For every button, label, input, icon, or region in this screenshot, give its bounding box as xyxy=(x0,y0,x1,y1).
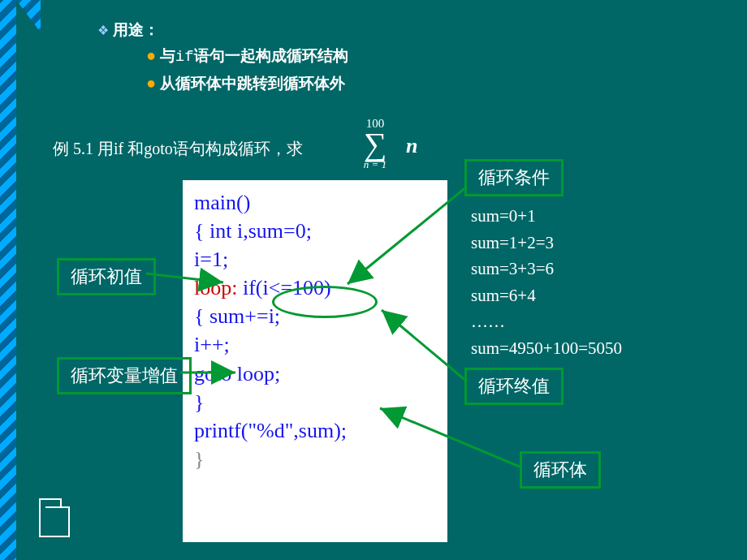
code-line: i=1; xyxy=(194,245,436,274)
label-loop-increment: 循环变量增值 xyxy=(57,357,192,394)
execution-trace: sum=0+1 sum=1+2=3 sum=3+3=6 sum=6+4 …… s… xyxy=(471,203,622,361)
sigma-notation: 100 ∑ n = 1 xyxy=(343,117,408,171)
decorative-stripe-cut xyxy=(16,0,41,560)
point1-prefix: 与 xyxy=(160,47,175,64)
code-line: i++; xyxy=(194,330,436,359)
trace-line: sum=3+3=6 xyxy=(471,256,622,282)
code-line: } xyxy=(194,445,436,473)
sigma-variable: n xyxy=(406,134,417,158)
header-block: ❖ 用途： ● 与if语句一起构成循环结构 ● 从循环体中跳转到循环体外 xyxy=(97,18,348,96)
point1-mono: if xyxy=(175,48,194,66)
label-loop-body: 循环体 xyxy=(520,451,601,489)
label-loop-condition: 循环条件 xyxy=(464,159,563,196)
page-fold-icon xyxy=(60,498,70,508)
example-text: 例 5.1 用if 和goto语句构成循环，求 xyxy=(53,138,303,160)
code-block: main() { int i,sum=0; i=1; loop: if(i<=1… xyxy=(181,179,449,544)
circle-bullet-icon: ● xyxy=(146,74,156,92)
label-loop-init: 循环初值 xyxy=(57,258,156,295)
point1-suffix: 语句一起构成循环结构 xyxy=(194,47,348,64)
trace-line: sum=4950+100=5050 xyxy=(471,335,622,362)
diamond-bullet-icon: ❖ xyxy=(97,24,109,37)
code-line: { int i,sum=0; xyxy=(194,217,436,245)
code-line: goto loop; xyxy=(194,360,436,388)
condition-ellipse xyxy=(272,286,378,318)
trace-line: sum=0+1 xyxy=(471,203,622,230)
sigma-lower: n = 1 xyxy=(343,158,408,171)
sigma-symbol: ∑ xyxy=(343,131,408,158)
page-icon xyxy=(39,498,70,537)
trace-line: sum=6+4 xyxy=(471,282,622,309)
trace-line: …… xyxy=(471,308,622,335)
circle-bullet-icon: ● xyxy=(146,46,156,64)
code-label: loop: xyxy=(194,276,237,299)
trace-line: sum=1+2=3 xyxy=(471,230,622,256)
code-line: main() xyxy=(194,188,436,217)
point2: 从循环体中跳转到循环体外 xyxy=(160,75,345,92)
usage-label: 用途： xyxy=(113,21,159,38)
code-line: printf("%d",sum); xyxy=(194,416,436,445)
label-loop-end: 循环终值 xyxy=(464,368,563,405)
code-line: } xyxy=(194,388,436,416)
